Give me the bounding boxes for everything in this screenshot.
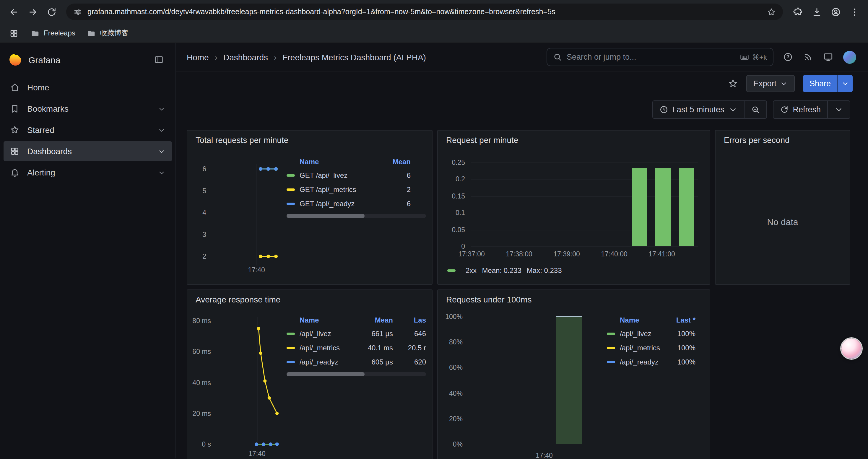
sidebar-item-bookmarks[interactable]: Bookmarks (4, 99, 172, 119)
help-icon[interactable] (783, 52, 793, 62)
legend-value: 2 (378, 186, 411, 194)
series-color-dash[interactable] (286, 361, 295, 363)
legend-column-header[interactable]: Mean (378, 158, 411, 166)
sidebar-collapse-button[interactable] (151, 52, 167, 68)
legend-column-header[interactable]: Name (286, 316, 360, 324)
series-color-dash[interactable] (286, 203, 295, 205)
series-name[interactable]: 2xx (466, 266, 476, 275)
browser-menu-button[interactable] (845, 3, 863, 21)
sidebar-item-dashboards[interactable]: Dashboards (4, 141, 172, 161)
panel-title[interactable]: Request per minute (446, 135, 518, 145)
address-bar[interactable]: grafana.mathmast.com/d/deytv4rwavabkb/fr… (66, 4, 783, 20)
bookmark-item[interactable]: Freeleaps (26, 27, 80, 39)
refresh-interval-button[interactable] (828, 100, 850, 119)
bookmark-item[interactable]: 收藏博客 (83, 26, 133, 40)
site-settings-icon[interactable] (73, 7, 82, 16)
chevron-down-icon[interactable] (158, 147, 165, 155)
legend-column-header[interactable]: Last * (667, 316, 695, 324)
search-box[interactable]: ⌘+k (547, 48, 773, 66)
legend-value: 620 (393, 358, 426, 366)
display-icon[interactable] (823, 52, 833, 62)
series-name[interactable]: GET /api/_metrics (300, 186, 378, 194)
scrollbar-thumb[interactable] (286, 372, 365, 376)
series-name[interactable]: /api/_livez (620, 330, 667, 338)
user-avatar[interactable] (843, 51, 856, 64)
series-color-dash[interactable] (286, 347, 295, 349)
series-name[interactable]: /api/_readyz (620, 358, 667, 366)
series-name[interactable]: /api/_metrics (620, 344, 667, 352)
sidebar-item-alerting[interactable]: Alerting (4, 162, 172, 183)
breadcrumb-item[interactable]: Dashboards (223, 52, 268, 62)
floating-avatar[interactable] (841, 338, 862, 359)
back-button[interactable] (5, 3, 23, 21)
folder-icon (31, 29, 39, 37)
chevron-down-icon (728, 105, 737, 114)
favorite-star-icon[interactable] (728, 78, 738, 88)
sidebar-header: Grafana (0, 48, 176, 71)
breadcrumb-item[interactable]: Home (187, 52, 209, 62)
scrollbar-thumb[interactable] (286, 214, 365, 218)
bookmark-items: Freeleaps收藏博客 (26, 26, 133, 40)
legend-value: 100% (667, 330, 695, 338)
panel-title[interactable]: Requests under 100ms (446, 295, 532, 304)
chart-canvas (438, 131, 710, 285)
share-button[interactable]: Share (803, 75, 837, 92)
series-name[interactable]: GET /api/_livez (300, 171, 378, 179)
apps-shortcut-button[interactable] (6, 25, 21, 41)
series-color-dash[interactable] (286, 189, 295, 191)
legend-column-header[interactable]: Name (607, 316, 667, 324)
grafana-logo[interactable] (8, 53, 23, 67)
series-color-dash[interactable] (286, 174, 295, 177)
legend-scrollbar[interactable] (286, 372, 426, 376)
bookmark-label: 收藏博客 (100, 28, 128, 38)
time-range-picker[interactable]: Last 5 minutes (652, 100, 745, 119)
sidebar-item-label: Bookmarks (27, 104, 150, 113)
search-input[interactable] (567, 53, 735, 61)
series-color-dash[interactable] (286, 333, 295, 335)
chevron-down-icon[interactable] (158, 105, 165, 112)
reload-button[interactable] (42, 3, 60, 21)
legend-value: 40.1 ms (360, 344, 393, 352)
breadcrumb-item: Freeleaps Metrics Dashboard (ALPHA) (282, 52, 426, 62)
series-name[interactable]: /api/_livez (300, 330, 360, 338)
legend-column-header[interactable]: Mean (360, 316, 393, 324)
refresh-label: Refresh (793, 105, 821, 114)
search-shortcut: ⌘+k (740, 52, 767, 62)
downloads-button[interactable] (808, 3, 826, 21)
bar-chart-plot: 0.250.20.150.10.05017:37:0017:38:0017:39… (438, 131, 710, 284)
bookmark-star-icon[interactable] (767, 7, 776, 16)
legend-value: 100% (667, 344, 695, 352)
series-color-dash[interactable] (607, 347, 615, 349)
series-name[interactable]: /api/_readyz (300, 358, 360, 366)
chevron-down-icon[interactable] (158, 126, 165, 134)
series-color-dash[interactable] (607, 361, 615, 363)
panel-title[interactable]: Errors per second (724, 135, 790, 145)
legend-column-header[interactable]: Name (286, 158, 378, 166)
series-color-dash[interactable] (607, 333, 615, 335)
sidebar-item-home[interactable]: Home (4, 77, 172, 97)
browser-profile-button[interactable] (827, 3, 844, 21)
extensions-button[interactable] (789, 3, 807, 21)
legend-column-header[interactable]: Las (393, 316, 426, 324)
series-mean: Mean: 0.233 (482, 266, 521, 275)
dashboard-grid: Total requests per minute 6543217:40 Nam… (176, 130, 868, 459)
refresh-button[interactable]: Refresh (773, 100, 828, 119)
series-name[interactable]: GET /api/_readyz (300, 200, 378, 208)
export-button[interactable]: Export (746, 75, 795, 92)
sidebar-item-label: Starred (27, 125, 150, 135)
panel-title[interactable]: Total requests per minute (195, 135, 288, 145)
panel-requests-under-100ms: Requests under 100ms 100%80%60%40%20%0%1… (437, 290, 710, 459)
share-menu-button[interactable] (837, 75, 852, 92)
series-name[interactable]: /api/_metrics (300, 344, 360, 352)
legend-value: 6 (378, 171, 411, 179)
legend-scrollbar[interactable] (286, 214, 426, 218)
url-text[interactable]: grafana.mathmast.com/d/deytv4rwavabkb/fr… (88, 8, 762, 16)
chevron-down-icon[interactable] (158, 169, 165, 176)
series-color-dash[interactable] (447, 269, 456, 272)
zoom-out-button[interactable] (744, 100, 767, 119)
clock-icon (659, 105, 668, 114)
panel-title[interactable]: Average response time (195, 295, 280, 304)
news-icon[interactable] (803, 52, 813, 62)
forward-button[interactable] (24, 3, 41, 21)
sidebar-item-starred[interactable]: Starred (4, 120, 172, 140)
